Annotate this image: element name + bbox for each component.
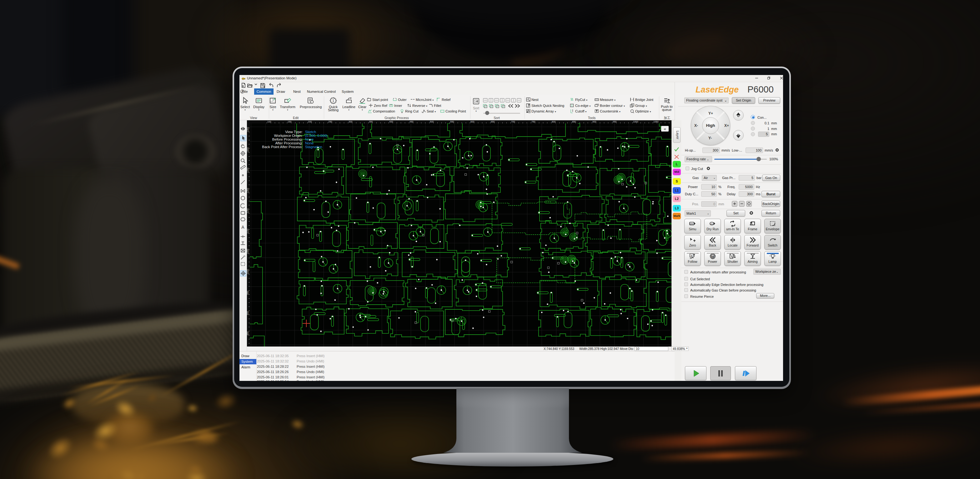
svg-text:None: None bbox=[305, 138, 314, 141]
svg-text:View Type:: View Type: bbox=[285, 130, 302, 134]
svg-text:$: $ bbox=[691, 254, 692, 257]
svg-text:Before Processing:: Before Processing: bbox=[272, 138, 302, 141]
svg-text:None: None bbox=[305, 141, 314, 145]
svg-text:SIM: SIM bbox=[690, 223, 694, 225]
svg-text:Back Point After Process:: Back Point After Process: bbox=[262, 145, 302, 149]
svg-text:Workpiece Origin:: Workpiece Origin: bbox=[274, 134, 302, 138]
svg-text:Sketch: Sketch bbox=[305, 130, 316, 134]
svg-text:(0.000, 0.000): (0.000, 0.000) bbox=[305, 134, 328, 138]
svg-text:Stagnation: Stagnation bbox=[305, 145, 322, 149]
svg-text:After Processing:: After Processing: bbox=[275, 141, 302, 145]
svg-text:W: W bbox=[711, 255, 714, 258]
svg-text:A: A bbox=[241, 225, 245, 230]
svg-text:«: « bbox=[663, 127, 666, 131]
svg-text:UL: UL bbox=[710, 223, 713, 225]
